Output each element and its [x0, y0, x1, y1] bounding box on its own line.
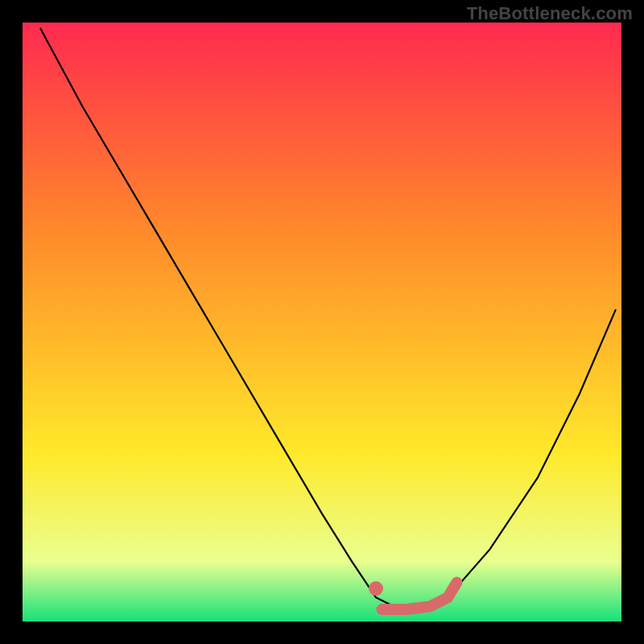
bottleneck-chart — [0, 0, 644, 644]
optimal-marker-dot — [369, 581, 383, 596]
watermark-text: TheBottleneck.com — [467, 3, 633, 24]
plot-area — [23, 23, 621, 621]
